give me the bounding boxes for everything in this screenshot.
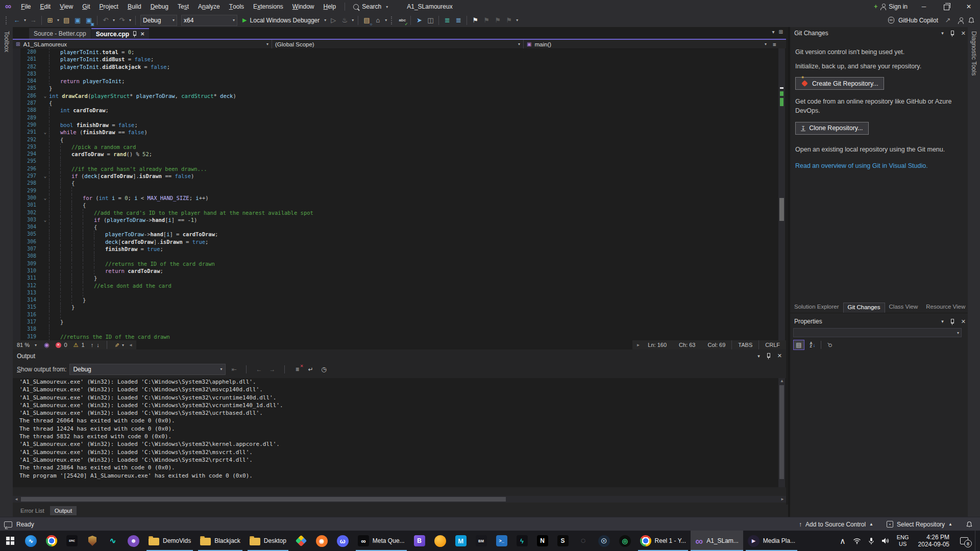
clone-repository-button[interactable]: ↧ Clone Repository...: [795, 122, 869, 135]
menu-edit[interactable]: Edit: [35, 0, 55, 13]
restore-button[interactable]: [935, 0, 958, 13]
goto-message-icon[interactable]: ⇤: [229, 364, 239, 374]
code-line[interactable]: 283: [13, 70, 786, 78]
steam-app[interactable]: ☉: [594, 531, 615, 551]
spell-check-icon[interactable]: abc✓: [397, 15, 407, 26]
sort-alphabetical-icon[interactable]: AZ↓: [807, 340, 818, 349]
wifi-icon[interactable]: [851, 531, 863, 551]
tab-git-changes[interactable]: Git Changes: [843, 303, 885, 313]
code-line[interactable]: 298{: [13, 180, 786, 187]
orange-fruit-app[interactable]: [430, 531, 451, 551]
window-position-caret[interactable]: ▾: [941, 319, 944, 324]
scrollbar-thumb[interactable]: [779, 385, 784, 479]
n-app[interactable]: N: [532, 531, 553, 551]
sign-in-button[interactable]: + Sign in: [869, 3, 913, 10]
menu-debug[interactable]: Debug: [146, 0, 173, 13]
green-ring-app[interactable]: ◎: [615, 531, 635, 551]
tab-source-cpp[interactable]: Source.cpp✕: [91, 28, 150, 39]
search-dropdown-caret[interactable]: ▾: [384, 5, 389, 9]
code-line[interactable]: 288int cardToDraw;: [13, 107, 786, 114]
battlenet-app[interactable]: ∿: [20, 531, 41, 551]
code-line[interactable]: 311}: [13, 274, 786, 282]
git-overview-link[interactable]: Read an overview of using Git in Visual …: [795, 161, 965, 170]
code-line[interactable]: 297⌄if (deck[cardToDraw].isDrawn == fals…: [13, 172, 786, 180]
code-line[interactable]: 307finishDraw = true;: [13, 245, 786, 253]
output-vertical-scrollbar[interactable]: ▲: [778, 378, 785, 487]
blender-app[interactable]: ◉: [311, 531, 332, 551]
breakpoint-margin[interactable]: [13, 48, 20, 340]
clear-all-icon[interactable]: ≡✕: [292, 364, 302, 374]
tab-list-dropdown-caret[interactable]: ▾: [772, 29, 775, 35]
menu-view[interactable]: View: [55, 0, 78, 13]
health-indicator-icon[interactable]: ◉: [44, 341, 49, 348]
breadcrumb-project-dropdown[interactable]: ⊞ A1_SLamoureux ▾: [13, 40, 272, 48]
code-line[interactable]: 313: [13, 289, 786, 296]
line-indicator[interactable]: Ln: 160: [642, 342, 673, 348]
close-icon[interactable]: ✕: [961, 30, 966, 37]
warning-count[interactable]: ⚠ 1: [74, 342, 85, 348]
minimize-button[interactable]: ─: [913, 0, 935, 13]
timestamp-icon[interactable]: ◷: [318, 364, 329, 374]
scroll-left-arrow[interactable]: ◄: [13, 497, 20, 502]
folder-blackjack[interactable]: Blackjack: [195, 531, 245, 551]
add-to-source-control-button[interactable]: ↑ Add to Source Control ▲: [799, 521, 873, 528]
word-wrap-icon[interactable]: ↵: [305, 364, 315, 374]
tab-resource-view[interactable]: Resource View: [922, 303, 969, 313]
column-indicator[interactable]: Col: 69: [701, 342, 731, 348]
toolbar-overflow-dropdown[interactable]: ▾: [514, 18, 520, 22]
folder-demovids[interactable]: DemoVids: [144, 531, 195, 551]
select-repository-button[interactable]: ▪ Select Repository ▲: [887, 521, 952, 528]
notification-center-button[interactable]: 8: [955, 531, 973, 551]
redo-icon[interactable]: ↷: [117, 15, 127, 26]
powershell-app[interactable]: >_: [492, 531, 512, 551]
menu-window[interactable]: Window: [288, 0, 319, 13]
teal-bolt-app[interactable]: ϟ: [512, 531, 532, 551]
bookmark-previous-icon[interactable]: ⚑: [481, 15, 492, 26]
github-desktop-app[interactable]: ☻: [123, 531, 144, 551]
notifications-bell-icon[interactable]: [968, 17, 975, 24]
tabs-indicator[interactable]: TABS: [731, 340, 758, 349]
code-line[interactable]: 280playerToInit.total = 0;: [13, 48, 786, 56]
code-line[interactable]: 302//add the card's ID to the player han…: [13, 209, 786, 216]
chrome-window-reel[interactable]: Reel 1 - Y...: [635, 531, 691, 551]
error-count[interactable]: ✕ 0: [56, 342, 67, 348]
bookmark-toggle-icon[interactable]: ⚑: [470, 15, 480, 26]
folder-desktop[interactable]: Desktop: [245, 531, 291, 551]
hot-reload-dropdown[interactable]: ▾: [350, 18, 355, 22]
menu-help[interactable]: Help: [319, 0, 341, 13]
code-line[interactable]: 296//if the card hasn't already been dra…: [13, 165, 786, 172]
code-cleanup-config-icon[interactable]: ◫: [425, 15, 435, 26]
hidden-icons-chevron[interactable]: ∧: [837, 531, 849, 551]
solution-configuration-combo[interactable]: Debug▾: [140, 15, 177, 26]
code-line[interactable]: 289: [13, 114, 786, 121]
game-crest-app[interactable]: [82, 531, 103, 551]
editor-vertical-scrollbar[interactable]: [778, 48, 785, 340]
hot-reload-icon[interactable]: ♨: [339, 15, 350, 26]
s-bolt-app[interactable]: S: [553, 531, 573, 551]
epic-games-app[interactable]: EPIC: [62, 531, 82, 551]
close-tab-icon[interactable]: ✕: [140, 31, 144, 37]
property-pages-key-icon[interactable]: ⚲: [824, 340, 835, 349]
breadcrumb-scope-dropdown[interactable]: (Global Scope) ▾: [272, 40, 524, 48]
previous-message-icon[interactable]: ←: [254, 364, 264, 374]
hscroll-right-arrow[interactable]: ►: [634, 343, 642, 347]
code-line[interactable]: 310return cardToDraw;: [13, 267, 786, 274]
code-line[interactable]: 301{: [13, 202, 786, 209]
keyboard-language[interactable]: ENG US: [894, 534, 912, 547]
speaker-icon[interactable]: [879, 531, 892, 551]
github-copilot-label[interactable]: GitHub Copilot: [898, 17, 938, 24]
code-line[interactable]: 292{: [13, 136, 786, 143]
undo-dropdown[interactable]: ▾: [111, 18, 116, 22]
menu-build[interactable]: Build: [123, 0, 146, 13]
code-line[interactable]: 286⌄int drawCard(playerStruct* playerToD…: [13, 92, 786, 99]
pin-icon[interactable]: [950, 318, 955, 325]
create-git-repository-button[interactable]: Create Git Repository...: [795, 77, 884, 90]
redo-dropdown[interactable]: ▾: [128, 18, 133, 22]
code-line[interactable]: 299: [13, 187, 786, 194]
feedback-icon[interactable]: [4, 521, 12, 528]
new-tab-icon[interactable]: ⊞: [779, 29, 783, 35]
fold-collapse-icon[interactable]: ⌄: [41, 172, 49, 180]
pin-icon[interactable]: [950, 30, 955, 37]
meta-quest-app[interactable]: ∞Meta Que...: [353, 531, 409, 551]
new-project-dropdown[interactable]: ▾: [56, 18, 61, 22]
